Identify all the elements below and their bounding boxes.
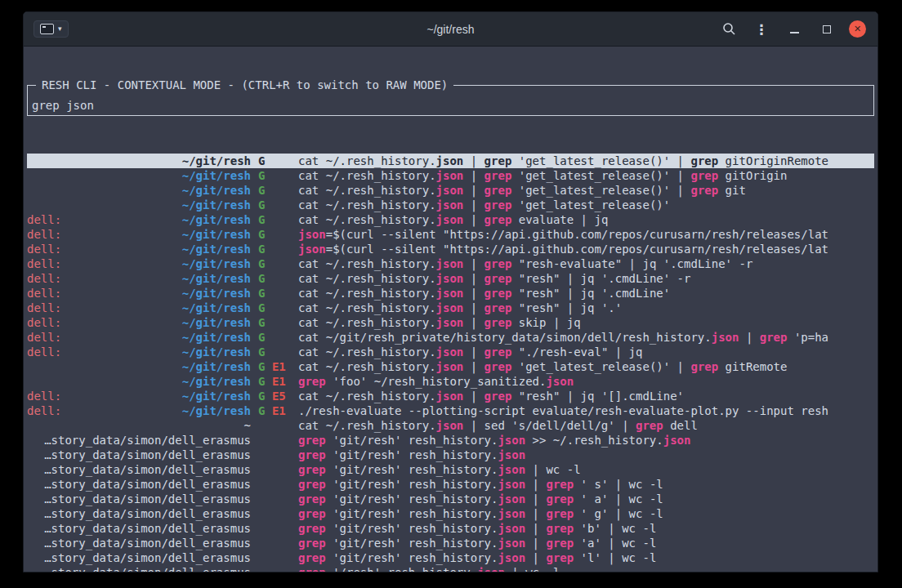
row-command: cat ~/.resh_history.json | grep evaluate… — [298, 212, 874, 227]
row-command: json=$(curl --silent "https://api.github… — [298, 242, 874, 256]
row-directory: ~/git/resh — [182, 228, 251, 241]
new-terminal-button[interactable]: ▾ — [33, 20, 69, 38]
history-row[interactable]: …story_data/simon/dell_erasmusgrep 'git/… — [27, 506, 874, 521]
titlebar[interactable]: ▾ ~/git/resh ⋮ — [24, 12, 877, 47]
row-directory: …story_data/simon/dell_erasmus — [44, 537, 251, 550]
row-command: cat ~/.resh_history.json | grep 'get_lat… — [298, 183, 874, 198]
row-status-flags: G — [251, 330, 298, 345]
match-highlight: grep — [298, 375, 326, 388]
row-status-flags — [251, 418, 298, 433]
row-status-flags: G — [251, 227, 298, 242]
row-command: grep 'git/resh' resh_history.json | grep… — [298, 521, 874, 536]
history-row[interactable]: dell:~/git/reshGcat ~/.resh_history.json… — [27, 256, 874, 271]
history-row[interactable]: dell:~/git/reshGjson=$(curl --silent "ht… — [27, 242, 874, 256]
history-row[interactable]: dell:~/git/reshGcat ~/git/resh_private/h… — [27, 330, 874, 345]
restore-button[interactable] — [816, 19, 837, 40]
history-row[interactable]: ~/git/reshGcat ~/.resh_history.json | gr… — [27, 198, 874, 212]
row-location: dell:~/git/resh — [27, 256, 251, 271]
terminal-content: RESH CLI - CONTEXTUAL MODE - (CTRL+R to … — [25, 47, 876, 572]
close-icon: ✕ — [854, 24, 861, 33]
kebab-menu-icon: ⋮ — [755, 21, 769, 38]
history-row[interactable]: ~/git/reshGcat ~/.resh_history.json | gr… — [27, 154, 874, 168]
history-row[interactable]: dell:~/git/reshGcat ~/.resh_history.json… — [27, 212, 874, 227]
match-highlight: grep — [546, 551, 574, 564]
row-status-flags — [251, 462, 298, 477]
match-highlight: grep — [298, 507, 326, 520]
row-directory: …story_data/simon/dell_erasmus — [44, 551, 251, 564]
search-query-input[interactable]: grep json — [32, 98, 94, 113]
row-location: …story_data/simon/dell_erasmus — [27, 433, 251, 448]
row-directory: ~ — [244, 419, 251, 432]
match-highlight: grep — [484, 301, 512, 314]
row-location: ~/git/resh — [27, 359, 251, 374]
history-list: ~/git/reshGcat ~/.resh_history.json | gr… — [27, 154, 874, 572]
row-location: dell:~/git/resh — [27, 286, 251, 301]
row-command: cat ~/.resh_history.json | grep 'get_lat… — [298, 168, 874, 183]
history-row[interactable]: dell:~/git/reshGcat ~/.resh_history.json… — [27, 315, 874, 330]
row-command: cat ~/.resh_history.json | grep "resh" |… — [298, 286, 874, 301]
search-icon — [722, 22, 736, 36]
git-flag: G — [258, 243, 265, 256]
history-row[interactable]: …story_data/simon/dell_erasmusgrep 'git/… — [27, 521, 874, 536]
history-row[interactable]: …story_data/simon/dell_erasmusgrep 'git/… — [27, 462, 874, 477]
resh-mode-title: RESH CLI - CONTEXTUAL MODE - (CTRL+R to … — [36, 78, 453, 92]
terminal-icon — [40, 24, 54, 34]
minimize-icon — [790, 32, 799, 33]
row-location: …story_data/simon/dell_erasmus — [27, 448, 251, 462]
match-highlight: json — [436, 154, 464, 167]
history-row[interactable]: …story_data/simon/dell_erasmusgrep '/res… — [27, 565, 874, 572]
history-row[interactable]: …story_data/simon/dell_erasmusgrep 'git/… — [27, 550, 874, 565]
close-button[interactable]: ✕ — [849, 20, 866, 38]
match-highlight: json — [498, 478, 525, 491]
git-flag: G — [258, 331, 265, 344]
match-highlight: grep — [298, 478, 326, 491]
history-row[interactable]: ~cat ~/.resh_history.json | sed 's/dell/… — [27, 418, 874, 433]
search-button[interactable] — [718, 19, 739, 40]
history-row[interactable]: …story_data/simon/dell_erasmusgrep 'git/… — [27, 536, 874, 550]
history-row[interactable]: dell:~/git/reshGcat ~/.resh_history.json… — [27, 301, 874, 315]
match-highlight: grep — [484, 287, 512, 300]
match-highlight: grep — [298, 551, 326, 564]
history-row[interactable]: dell:~/git/reshGjson=$(curl --silent "ht… — [27, 227, 874, 242]
history-row[interactable]: ~/git/reshG E1grep 'foo' ~/resh_history_… — [27, 374, 874, 389]
history-row[interactable]: ~/git/reshGcat ~/.resh_history.json | gr… — [27, 168, 874, 183]
row-command: cat ~/.resh_history.json | grep skip | j… — [298, 315, 874, 330]
history-row[interactable]: dell:~/git/reshGcat ~/.resh_history.json… — [27, 271, 874, 286]
row-status-flags — [251, 448, 298, 462]
match-highlight: json — [498, 492, 525, 506]
menu-button[interactable]: ⋮ — [751, 19, 772, 40]
git-flag: G — [258, 272, 265, 285]
row-host: dell: — [27, 286, 61, 301]
history-row[interactable]: ~/git/reshG E1cat ~/.resh_history.json |… — [27, 359, 874, 374]
row-host: dell: — [27, 212, 61, 227]
match-highlight: json — [436, 301, 464, 314]
match-highlight: json — [436, 257, 464, 270]
row-command: grep 'git/resh' resh_history.json — [298, 448, 874, 462]
history-row[interactable]: dell:~/git/reshGcat ~/.resh_history.json… — [27, 345, 874, 359]
row-location: dell:~/git/resh — [27, 345, 251, 359]
exit-code-flag: E1 — [272, 404, 286, 417]
row-command: cat ~/.resh_history.json | grep "./resh-… — [298, 345, 874, 359]
row-command: json=$(curl --silent "https://api.github… — [298, 227, 874, 242]
row-directory: ~/git/resh — [182, 345, 251, 359]
match-highlight: json — [436, 184, 464, 197]
row-status-flags — [251, 521, 298, 536]
match-highlight: json — [498, 507, 525, 520]
row-location: ~ — [27, 418, 251, 433]
history-row[interactable]: …story_data/simon/dell_erasmusgrep 'git/… — [27, 433, 874, 448]
match-highlight: grep — [298, 434, 326, 447]
minimize-button[interactable] — [784, 19, 805, 40]
row-directory: …story_data/simon/dell_erasmus — [44, 522, 251, 535]
history-row[interactable]: dell:~/git/reshGcat ~/.resh_history.json… — [27, 286, 874, 301]
row-directory: ~/git/resh — [182, 198, 251, 212]
history-row[interactable]: ~/git/reshGcat ~/.resh_history.json | gr… — [27, 183, 874, 198]
history-row[interactable]: …story_data/simon/dell_erasmusgrep 'git/… — [27, 492, 874, 506]
history-row[interactable]: dell:~/git/reshG E5cat ~/.resh_history.j… — [27, 389, 874, 403]
history-row[interactable]: …story_data/simon/dell_erasmusgrep 'git/… — [27, 448, 874, 462]
row-host: dell: — [27, 271, 61, 286]
row-location: dell:~/git/resh — [27, 315, 251, 330]
history-row[interactable]: dell:~/git/reshG E1./resh-evaluate --plo… — [27, 403, 874, 418]
row-command: cat ~/.resh_history.json | grep 'get_lat… — [298, 359, 874, 374]
row-status-flags — [251, 492, 298, 506]
history-row[interactable]: …story_data/simon/dell_erasmusgrep 'git/… — [27, 477, 874, 492]
